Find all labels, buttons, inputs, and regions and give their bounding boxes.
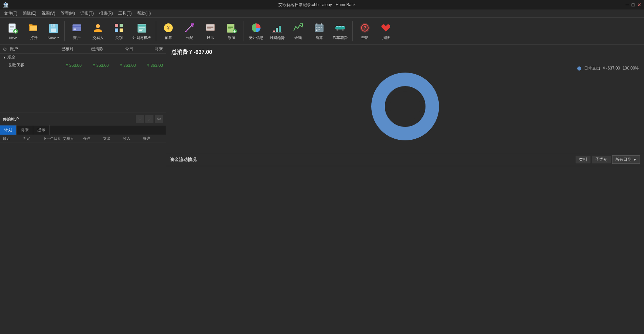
category-icon — [113, 22, 125, 34]
svg-rect-9 — [30, 26, 37, 31]
toolbar-forecast-button[interactable]: 预算 — [309, 19, 329, 43]
schedule-header-btns: ⚙ — [136, 115, 163, 123]
accounts-section: ⚙ 账户 已核对 已清除 今日 将来 ▼ 现金 艾欧优客 ¥ 363.00 ¥ … — [0, 45, 166, 113]
toolbar-category-button[interactable]: 类别 — [109, 19, 129, 43]
toolbar-new-button[interactable]: New — [3, 19, 23, 43]
schedule-col-payee: 交易人 — [63, 136, 83, 141]
toolbar-add-button[interactable]: 添加 — [221, 19, 242, 43]
account-cleared-aiouy: ¥ 363.00 — [82, 63, 109, 68]
svg-rect-63 — [342, 26, 344, 27]
schedule-filter-btn[interactable] — [136, 115, 144, 123]
cash-group-arrow: ▼ — [3, 56, 6, 59]
balance-btn-label: 余额 — [294, 35, 302, 40]
donate-icon — [380, 22, 392, 34]
maximize-button[interactable]: □ — [632, 2, 635, 7]
schedule-tabs: 计划 将来 提示 — [0, 125, 166, 135]
account-group-cash[interactable]: ▼ 现金 — [0, 54, 166, 61]
schedule-tab-plan[interactable]: 计划 — [0, 125, 17, 135]
svg-rect-21 — [120, 28, 123, 32]
toolbar-assign-button[interactable]: 分配 — [179, 19, 200, 43]
accounts-col-account: 账户 — [10, 46, 44, 52]
schedule-col-next-date: 下一个日期 — [43, 136, 63, 141]
svg-rect-23 — [138, 25, 146, 26]
svg-rect-19 — [120, 24, 123, 27]
toolbar-balance-button[interactable]: 余额 — [288, 19, 308, 43]
accounts-col-reconciled: 已核对 — [46, 46, 74, 52]
toolbar-car-button[interactable]: 汽车花费 — [330, 19, 350, 43]
toolbar-payee-button[interactable]: 交易人 — [88, 19, 108, 43]
accounts-gear-icon[interactable]: ⚙ — [3, 46, 7, 52]
schedule-tab-upcoming[interactable]: 将来 — [17, 125, 33, 135]
donut-chart — [371, 73, 439, 140]
svg-text:?: ? — [363, 25, 367, 31]
toolbar-plan-button[interactable]: 计划与模板 — [130, 19, 154, 43]
window-controls: ─ □ ✕ — [626, 2, 641, 7]
trend-btn-label: 时间趋势 — [270, 35, 285, 40]
save-dropdown-arrow[interactable]: ▼ — [57, 36, 60, 39]
menu-report[interactable]: 报表(R) — [97, 10, 116, 17]
new-btn-label: New — [9, 36, 17, 40]
toolbar-save-button[interactable]: Save ▼ — [45, 19, 62, 43]
cashflow-controls: 类别 子类别 所有日期 ▼ — [576, 155, 640, 164]
menu-tools[interactable]: 工具(T) — [116, 10, 134, 17]
donate-btn-label: 捐赠 — [382, 35, 390, 40]
donut-svg — [371, 73, 439, 140]
menu-file[interactable]: 文件(F) — [1, 10, 20, 17]
display-icon — [204, 22, 216, 34]
legend-dot — [577, 66, 581, 71]
cashflow-date-dropdown[interactable]: 所有日期 ▼ — [612, 155, 640, 164]
toolbar-trend-button[interactable]: 时间趋势 — [267, 19, 287, 43]
svg-rect-62 — [339, 26, 341, 27]
toolbar-sep-1 — [64, 21, 65, 41]
legend-value: ¥ -637.00 — [603, 66, 620, 71]
toolbar-display-button[interactable]: 显示 — [200, 19, 221, 43]
close-button[interactable]: ✕ — [637, 2, 641, 7]
accounts-col-cleared: 已清除 — [76, 46, 103, 52]
cashflow-content — [166, 166, 644, 334]
schedule-panel-title: 你的帐户 — [3, 116, 19, 122]
svg-rect-45 — [276, 28, 278, 32]
budget-icon: ¥ — [162, 22, 174, 34]
toolbar-open-button[interactable]: 打开 — [24, 19, 44, 43]
open-icon — [28, 22, 40, 34]
chart-legend: 日常支出 ¥ -637.00 100.00% — [577, 65, 639, 71]
toolbar-help-button[interactable]: ? 帮助 — [355, 19, 375, 43]
menu-view[interactable]: 视图(V) — [39, 10, 58, 17]
cashflow-subcategory-btn[interactable]: 子类别 — [592, 156, 611, 163]
menu-edit[interactable]: 编辑(E) — [20, 10, 39, 17]
accounts-col-today: 今日 — [106, 46, 133, 52]
toolbar-donate-button[interactable]: 捐赠 — [376, 19, 396, 43]
schedule-col-income: 收入 — [123, 136, 143, 141]
account-row-aiouy[interactable]: 艾欧优客 ¥ 363.00 ¥ 363.00 ¥ 363.00 ¥ 363.00 — [0, 61, 166, 69]
toolbar-budget-button[interactable]: ¥ 预算 — [158, 19, 179, 43]
minimize-button[interactable]: ─ — [626, 2, 629, 7]
schedule-settings-btn[interactable]: ⚙ — [155, 115, 163, 123]
toolbar-sep-4 — [352, 21, 353, 41]
schedule-sort-btn[interactable] — [145, 115, 153, 123]
help-icon: ? — [359, 22, 371, 34]
toolbar-accounts-button[interactable]: 账户 — [67, 19, 87, 43]
save-icon — [47, 22, 60, 35]
svg-point-67 — [342, 30, 344, 31]
cash-group-label: 现金 — [7, 55, 16, 60]
stats-area: 总消费 ¥ -637.00 日常支出 ¥ -637.00 100.00% — [166, 45, 644, 153]
schedule-col-recent: 最近 — [3, 136, 23, 141]
menu-manage[interactable]: 管理(M) — [58, 10, 78, 17]
cashflow-dropdown-arrow: ▼ — [633, 157, 637, 162]
new-icon — [7, 22, 19, 35]
category-btn-label: 类别 — [115, 35, 123, 40]
display-btn-label: 显示 — [207, 35, 214, 40]
schedule-tab-reminder[interactable]: 提示 — [33, 125, 50, 135]
svg-rect-13 — [52, 24, 53, 26]
menu-transaction[interactable]: 记账(T) — [78, 10, 96, 17]
schedule-col-expense: 支出 — [103, 136, 123, 141]
assign-btn-label: 分配 — [186, 35, 193, 40]
cashflow-category-btn[interactable]: 类别 — [576, 156, 590, 163]
account-name-aiouy: 艾欧优客 — [8, 62, 55, 68]
add-btn-label: 添加 — [228, 35, 235, 40]
menu-help[interactable]: 帮助(H) — [134, 10, 154, 17]
title-bar: 🏦 艾欧优客日常记录.xhb - aiouy - HomeBank ─ □ ✕ — [0, 0, 644, 9]
toolbar-stats-button[interactable]: 统计信息 — [246, 19, 266, 43]
schedule-panel: 你的帐户 — [0, 113, 166, 334]
plan-btn-label: 计划与模板 — [132, 35, 151, 40]
